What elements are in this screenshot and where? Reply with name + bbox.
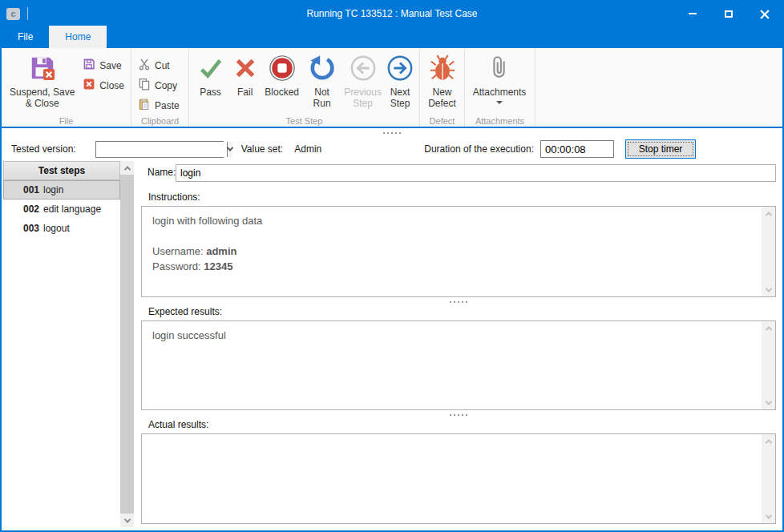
cut-button[interactable]: Cut: [135, 55, 183, 75]
not-run-label: Not Run: [305, 87, 339, 110]
copy-button[interactable]: Copy: [135, 75, 183, 95]
duration-input[interactable]: [540, 140, 614, 158]
tested-version-input[interactable]: [96, 142, 227, 157]
chevron-up-icon: [765, 439, 771, 445]
scroll-down-button[interactable]: [762, 510, 775, 523]
next-step-icon: [386, 54, 414, 85]
defect-group-label: Defect: [420, 116, 464, 126]
file-group-label: File: [2, 116, 131, 126]
window-title: Running TC 133512 : Manual Test Case: [2, 8, 782, 19]
duration-label: Duration of the execution:: [424, 143, 534, 155]
ribbon-tab-row: File Home: [2, 26, 782, 48]
actual-results-scrollbar[interactable]: [762, 434, 775, 523]
expected-results-text: login successful: [152, 328, 765, 344]
name-input[interactable]: [176, 164, 776, 182]
expected-results-scrollbar[interactable]: [762, 321, 775, 409]
close-ribbon-icon: [83, 78, 95, 94]
instructions-editor[interactable]: login with following data Username: admi…: [141, 206, 776, 297]
name-label: Name:: [141, 167, 176, 179]
scroll-up-button[interactable]: [762, 321, 775, 335]
ribbon-splitter-handle[interactable]: [2, 128, 782, 137]
fail-button[interactable]: Fail: [228, 51, 261, 99]
bug-icon: [429, 54, 456, 85]
scissors-icon: [138, 58, 151, 74]
suspend-save-close-icon: [29, 54, 56, 85]
attachments-dropdown-caret-icon[interactable]: [496, 101, 503, 104]
instructions-splitter-handle[interactable]: [141, 297, 776, 306]
close-icon: [760, 10, 769, 18]
step-number: 002: [23, 204, 39, 215]
ribbon-group-defect: New Defect Defect: [420, 48, 465, 127]
next-step-label: Next Step: [386, 87, 414, 110]
pass-label: Pass: [200, 87, 221, 99]
expected-results-editor[interactable]: login successful: [141, 320, 776, 410]
pass-button[interactable]: Pass: [192, 51, 228, 99]
actual-results-label: Actual results:: [141, 419, 776, 432]
save-button[interactable]: Save: [79, 55, 127, 75]
actual-results-editor[interactable]: [141, 433, 776, 524]
expected-splitter-handle[interactable]: [141, 410, 776, 419]
blocked-button[interactable]: Blocked: [261, 51, 302, 99]
cut-label: Cut: [155, 60, 170, 71]
next-step-button[interactable]: Next Step: [384, 51, 416, 110]
step-item-001[interactable]: 001 login: [3, 180, 120, 200]
pass-check-icon: [197, 54, 224, 85]
scroll-up-button[interactable]: [762, 207, 775, 220]
chevron-down-icon: [765, 398, 771, 405]
suspend-save-close-button[interactable]: Suspend, Save & Close: [5, 51, 79, 110]
expected-results-label: Expected results:: [141, 306, 776, 319]
paste-button[interactable]: Paste: [135, 95, 183, 115]
blocked-stop-icon: [269, 54, 296, 85]
step-label: login: [43, 184, 63, 195]
chevron-down-icon: [765, 512, 771, 518]
tested-version-dropdown-button[interactable]: [227, 142, 232, 157]
new-defect-label: New Defect: [426, 87, 459, 110]
name-row: Name:: [141, 164, 776, 182]
copy-label: Copy: [155, 80, 177, 91]
test-step-group-label: Test Step: [189, 116, 419, 126]
step-item-002[interactable]: 002 edit language: [3, 200, 120, 219]
clipboard-buttons: Cut Copy: [135, 51, 183, 115]
not-run-refresh-icon: [309, 54, 336, 85]
close-ribbon-button[interactable]: Close: [79, 75, 127, 95]
attachments-label: Attachments: [473, 87, 527, 99]
chevron-down-icon: [226, 144, 232, 151]
chevron-up-icon: [765, 326, 771, 332]
scroll-down-button[interactable]: [762, 396, 775, 409]
step-item-003[interactable]: 003 logout: [3, 219, 120, 238]
scroll-up-button[interactable]: [120, 161, 134, 175]
new-defect-button[interactable]: New Defect: [423, 51, 461, 110]
close-ribbon-label: Close: [99, 80, 124, 91]
attachments-button[interactable]: Attachments: [468, 51, 531, 104]
scrollbar-thumb[interactable]: [120, 175, 134, 514]
attachments-group-label: Attachments: [465, 116, 535, 126]
stop-timer-button[interactable]: Stop timer: [625, 139, 696, 159]
paste-label: Paste: [155, 100, 180, 111]
step-editor: Name: Instructions: login with following…: [141, 161, 776, 524]
chevron-down-icon: [123, 516, 130, 522]
app-window: c Running TC 133512 : Manual Test Case F…: [0, 0, 784, 532]
scroll-down-button[interactable]: [762, 283, 775, 296]
ribbon-group-clipboard: Cut Copy: [131, 48, 189, 127]
previous-step-label: Previous Step: [344, 87, 382, 110]
paperclip-icon: [486, 54, 513, 85]
save-label: Save: [99, 60, 121, 71]
suspend-save-close-label: Suspend, Save & Close: [7, 87, 77, 110]
step-number: 003: [23, 223, 39, 234]
not-run-button[interactable]: Not Run: [302, 51, 341, 110]
value-set-value: Admin: [294, 143, 321, 155]
tab-home[interactable]: Home: [49, 26, 107, 48]
previous-step-button[interactable]: Previous Step: [341, 51, 384, 110]
previous-step-icon: [350, 54, 377, 85]
title-bar: c Running TC 133512 : Manual Test Case: [2, 2, 782, 26]
test-steps-scrollbar[interactable]: [120, 161, 134, 527]
blocked-label: Blocked: [265, 87, 299, 99]
chevron-up-icon: [765, 212, 771, 218]
tab-file[interactable]: File: [2, 26, 49, 48]
tested-version-combobox[interactable]: [95, 141, 224, 158]
instructions-scrollbar[interactable]: [762, 207, 775, 296]
scroll-up-button[interactable]: [762, 434, 775, 448]
instructions-password-line: Password: 12345: [152, 260, 765, 275]
scroll-down-button[interactable]: [120, 514, 134, 527]
value-set-label: Value set:: [241, 143, 283, 155]
